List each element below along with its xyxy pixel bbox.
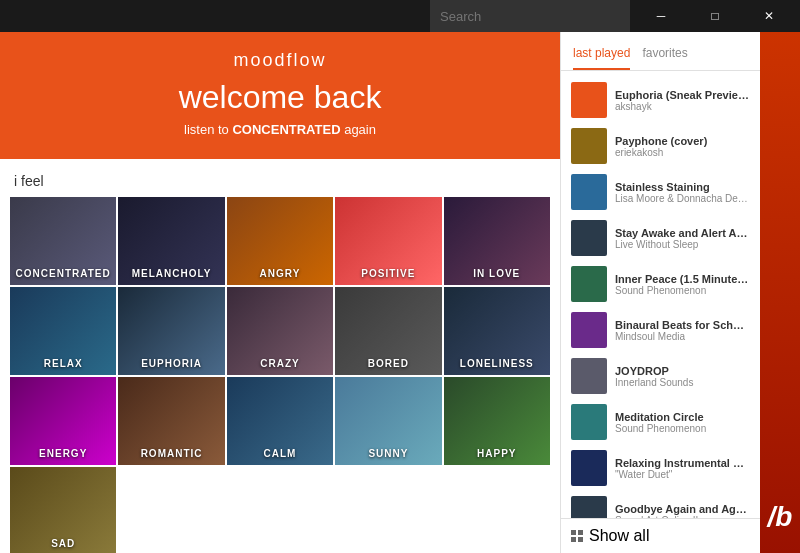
mood-section: i feel CONCENTRATEDMELANCHOLYANGRYPOSITI… xyxy=(0,159,560,553)
mood-item-euphoria[interactable]: EUPHORIA xyxy=(118,287,224,375)
mood-section-title: i feel xyxy=(10,173,550,189)
sub-prefix: listen to xyxy=(184,122,232,137)
sub-suffix: again xyxy=(341,122,376,137)
track-item[interactable]: Binaural Beats for Schumann...Mindsoul M… xyxy=(561,307,760,353)
track-artist: Lisa Moore & Donnacha Dennehy xyxy=(615,193,750,204)
mood-label-in-love: IN LOVE xyxy=(444,268,550,279)
show-all-icon xyxy=(571,530,583,542)
mood-label-angry: ANGRY xyxy=(227,268,333,279)
mood-item-relax[interactable]: RELAX xyxy=(10,287,116,375)
track-list: Euphoria (Sneak Preview)akshaykPayphone … xyxy=(561,71,760,518)
mood-label-loneliness: LONELINESS xyxy=(444,358,550,369)
title-bar: ─ □ ✕ xyxy=(0,0,800,32)
mood-item-energy[interactable]: ENERGY xyxy=(10,377,116,465)
mood-label-positive: POSITIVE xyxy=(335,268,441,279)
track-item[interactable]: Stay Awake and Alert As Lon...Live Witho… xyxy=(561,215,760,261)
mood-label-relax: RELAX xyxy=(10,358,116,369)
mood-item-positive[interactable]: POSITIVE xyxy=(335,197,441,285)
left-panel: moodflow welcome back listen to CONCENTR… xyxy=(0,32,560,553)
track-title: Stainless Staining xyxy=(615,181,750,193)
track-title: Payphone (cover) xyxy=(615,135,750,147)
track-artist: Sound Phenomenon xyxy=(615,423,750,434)
track-info: Inner Peace (1.5 Minute Edit)Sound Pheno… xyxy=(615,273,750,296)
track-item[interactable]: Stainless StainingLisa Moore & Donnacha … xyxy=(561,169,760,215)
track-artist: akshayk xyxy=(615,101,750,112)
mood-label-euphoria: EUPHORIA xyxy=(118,358,224,369)
mood-label-melancholy: MELANCHOLY xyxy=(118,268,224,279)
track-title: Relaxing Instrumental Music... xyxy=(615,457,750,469)
mood-label-concentrated: CONCENTRATED xyxy=(10,268,116,279)
track-title: Binaural Beats for Schumann... xyxy=(615,319,750,331)
mood-label-sunny: SUNNY xyxy=(335,448,441,459)
track-thumbnail xyxy=(571,404,607,440)
mood-item-loneliness[interactable]: LONELINESS xyxy=(444,287,550,375)
track-title: Meditation Circle xyxy=(615,411,750,423)
track-artist: Sound Phenomenon xyxy=(615,285,750,296)
sub-highlight: CONCENTRATED xyxy=(232,122,340,137)
mood-label-energy: ENERGY xyxy=(10,448,116,459)
track-item[interactable]: JOYDROPInnerland Sounds xyxy=(561,353,760,399)
track-thumbnail xyxy=(571,358,607,394)
app-logo: moodflow xyxy=(20,50,540,71)
track-item[interactable]: Relaxing Instrumental Music..."Water Due… xyxy=(561,445,760,491)
tab-last-played[interactable]: last played xyxy=(573,46,630,70)
show-all-label: Show all xyxy=(589,527,649,545)
minimize-button[interactable]: ─ xyxy=(638,0,684,32)
track-thumbnail xyxy=(571,266,607,302)
track-thumbnail xyxy=(571,82,607,118)
track-info: Meditation CircleSound Phenomenon xyxy=(615,411,750,434)
track-info: Relaxing Instrumental Music..."Water Due… xyxy=(615,457,750,480)
show-all-button[interactable]: Show all xyxy=(561,518,760,553)
mood-item-crazy[interactable]: CRAZY xyxy=(227,287,333,375)
mood-grid: CONCENTRATEDMELANCHOLYANGRYPOSITIVEIN LO… xyxy=(10,197,550,553)
mood-item-romantic[interactable]: ROMANTIC xyxy=(118,377,224,465)
track-info: Stay Awake and Alert As Lon...Live Witho… xyxy=(615,227,750,250)
mood-item-in-love[interactable]: IN LOVE xyxy=(444,197,550,285)
mood-label-happy: HAPPY xyxy=(444,448,550,459)
mood-label-romantic: ROMANTIC xyxy=(118,448,224,459)
track-title: JOYDROP xyxy=(615,365,750,377)
mood-item-sad[interactable]: SAD xyxy=(10,467,116,553)
track-artist: Live Without Sleep xyxy=(615,239,750,250)
mood-item-melancholy[interactable]: MELANCHOLY xyxy=(118,197,224,285)
track-title: Goodbye Again and Again xyxy=(615,503,750,515)
track-info: Euphoria (Sneak Preview)akshayk xyxy=(615,89,750,112)
header: moodflow welcome back listen to CONCENTR… xyxy=(0,32,560,159)
track-thumbnail xyxy=(571,450,607,486)
mood-item-calm[interactable]: CALM xyxy=(227,377,333,465)
track-artist: Innerland Sounds xyxy=(615,377,750,388)
track-item[interactable]: Inner Peace (1.5 Minute Edit)Sound Pheno… xyxy=(561,261,760,307)
track-item[interactable]: Payphone (cover)eriekakosh xyxy=(561,123,760,169)
close-button[interactable]: ✕ xyxy=(746,0,792,32)
track-thumbnail xyxy=(571,220,607,256)
track-title: Euphoria (Sneak Preview) xyxy=(615,89,750,101)
track-title: Inner Peace (1.5 Minute Edit) xyxy=(615,273,750,285)
mood-item-concentrated[interactable]: CONCENTRATED xyxy=(10,197,116,285)
track-info: Stainless StainingLisa Moore & Donnacha … xyxy=(615,181,750,204)
mood-label-bored: BORED xyxy=(335,358,441,369)
track-info: JOYDROPInnerland Sounds xyxy=(615,365,750,388)
track-item[interactable]: Goodbye Again and AgainSword Art Online … xyxy=(561,491,760,518)
mood-item-bored[interactable]: BORED xyxy=(335,287,441,375)
track-item[interactable]: Meditation CircleSound Phenomenon xyxy=(561,399,760,445)
mood-label-calm: CALM xyxy=(227,448,333,459)
track-thumbnail xyxy=(571,174,607,210)
welcome-text: welcome back xyxy=(20,79,540,116)
right-tabs: last played favorites xyxy=(561,32,760,71)
mood-item-happy[interactable]: HAPPY xyxy=(444,377,550,465)
track-item[interactable]: Euphoria (Sneak Preview)akshayk xyxy=(561,77,760,123)
maximize-button[interactable]: □ xyxy=(692,0,738,32)
title-search-input[interactable] xyxy=(430,0,630,32)
tab-favorites[interactable]: favorites xyxy=(642,46,687,70)
mood-label-sad: SAD xyxy=(10,538,116,549)
mood-item-angry[interactable]: ANGRY xyxy=(227,197,333,285)
header-subtitle: listen to CONCENTRATED again xyxy=(20,122,540,137)
side-logo-panel: /b xyxy=(760,32,800,553)
track-thumbnail xyxy=(571,128,607,164)
mood-label-crazy: CRAZY xyxy=(227,358,333,369)
app-body: moodflow welcome back listen to CONCENTR… xyxy=(0,32,800,553)
track-artist: Mindsoul Media xyxy=(615,331,750,342)
mood-item-sunny[interactable]: SUNNY xyxy=(335,377,441,465)
track-title: Stay Awake and Alert As Lon... xyxy=(615,227,750,239)
track-thumbnail xyxy=(571,496,607,518)
